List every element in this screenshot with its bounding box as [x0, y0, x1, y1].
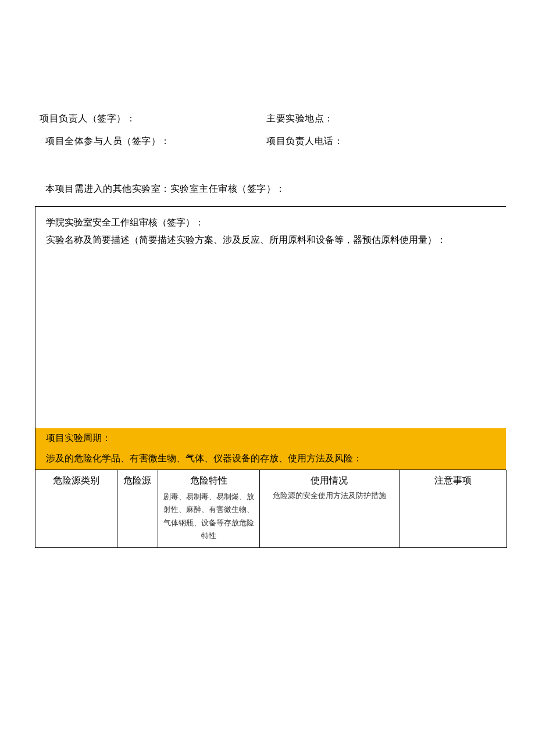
col-usage: 使用情况 危险源的安全使用方法及防护措施	[259, 470, 399, 548]
description-blank-space	[46, 249, 495, 424]
project-period-row: 项目实验周期：	[35, 428, 506, 449]
leader-phone-label: 项目负责人电话：	[266, 135, 343, 148]
top-fields-section: 项目负责人（签字）： 主要实验地点： 项目全体参与人员（签字）： 项目负责人电话…	[40, 113, 495, 158]
col-precautions: 注意事项	[399, 470, 507, 548]
risk-title-row: 涉及的危险化学品、有害微生物、气体、仪器设备的存放、使用方法及风险：	[35, 449, 506, 470]
experiment-location-label: 主要实验地点：	[266, 113, 334, 125]
hazard-characteristics-header: 危险特性	[160, 475, 257, 487]
hazard-source-header: 危险源	[120, 475, 155, 487]
hazard-category-header: 危险源类别	[38, 475, 115, 487]
field-row-2: 项目全体参与人员（签字）： 项目负责人电话：	[40, 135, 495, 148]
main-form-box: 学院实验室安全工作组审核（签字）： 实验名称及简要描述（简要描述实验方案、涉及反…	[35, 206, 506, 548]
risk-table-header-row: 危险源类别 危险源 危险特性 剧毒、易制毒、易制爆、放射性、麻醉、有害微生物、气…	[35, 470, 507, 548]
risk-table: 危险源类别 危险源 危险特性 剧毒、易制毒、易制爆、放射性、麻醉、有害微生物、气…	[35, 470, 507, 548]
college-review-label: 学院实验室安全工作组审核（签字）：	[46, 214, 495, 231]
experiment-description-label: 实验名称及简要描述（简要描述实验方案、涉及反应、所用原料和设备等，器预估原料使用…	[46, 231, 495, 249]
project-leader-signature-label: 项目负责人（签字）：	[40, 113, 266, 125]
field-row-1: 项目负责人（签字）： 主要实验地点：	[40, 113, 495, 125]
usage-subtext: 危险源的安全使用方法及防护措施	[262, 489, 397, 503]
participants-signature-label: 项目全体参与人员（签字）：	[40, 135, 266, 148]
review-description-section: 学院实验室安全工作组审核（签字）： 实验名称及简要描述（简要描述实验方案、涉及反…	[35, 207, 506, 428]
hazard-characteristics-subtext: 剧毒、易制毒、易制爆、放射性、麻醉、有害微生物、气体钢瓶、设备等存放危险特性	[160, 490, 257, 543]
usage-header: 使用情况	[262, 475, 397, 487]
precautions-header: 注意事项	[402, 475, 504, 487]
col-hazard-category: 危险源类别	[35, 470, 117, 548]
col-hazard-characteristics: 危险特性 剧毒、易制毒、易制爆、放射性、麻醉、有害微生物、气体钢瓶、设备等存放危…	[158, 470, 259, 548]
other-labs-label: 本项目需进入的其他实验室：实验室主任审核（签字）：	[45, 183, 286, 195]
col-hazard-source: 危险源	[117, 470, 158, 548]
